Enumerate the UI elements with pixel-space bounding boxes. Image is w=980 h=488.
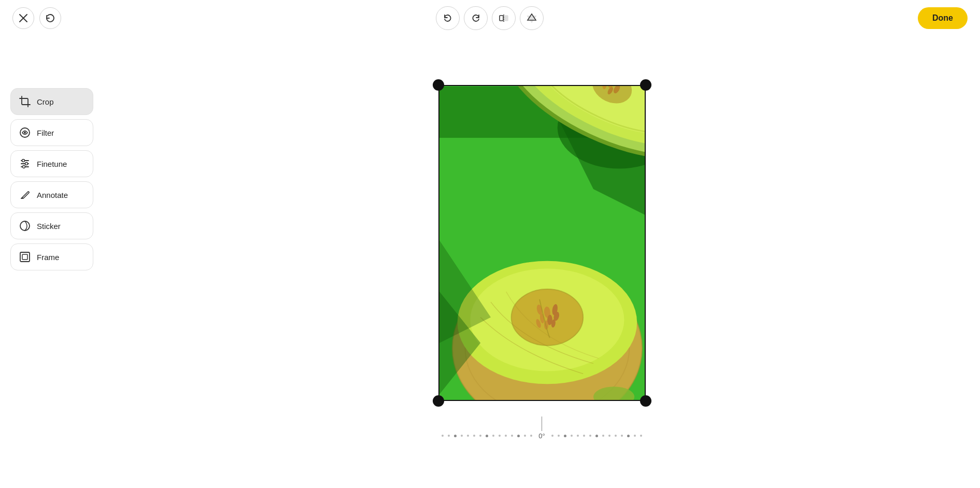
crop-icon [19,96,31,107]
undo-icon [443,13,453,23]
ruler-dot [564,435,566,437]
filter-label: Filter [37,128,54,137]
svg-point-13 [25,163,28,165]
crop-label: Crop [37,97,54,106]
flip-h-icon [499,13,509,23]
close-icon [19,13,28,23]
top-bar: Done [0,0,980,36]
ruler-dot [517,435,520,437]
filter-icon [19,127,31,138]
ruler-dot [571,435,573,437]
svg-point-14 [23,166,25,168]
top-center-controls [436,6,544,30]
undo-button[interactable] [436,6,460,30]
ruler-dot [621,435,623,437]
top-left-controls [12,7,61,29]
done-button[interactable]: Done [918,7,968,29]
sticker-icon [19,220,31,232]
ruler-dot [530,435,532,437]
sidebar-item-crop[interactable]: Crop [10,88,93,115]
ruler-dot [467,435,469,437]
crop-handle-bottom-right[interactable] [640,395,651,407]
ruler-dot [524,435,526,437]
ruler-dot [615,435,617,437]
ruler-dot [511,435,513,437]
svg-rect-17 [20,252,30,262]
svg-point-16 [20,221,30,231]
crop-handle-top-left[interactable] [433,79,444,91]
sidebar: Crop Filter Finetune [0,36,104,488]
ruler-dots: 0° [442,432,642,440]
sidebar-item-sticker[interactable]: Sticker [10,212,93,239]
frame-label: Frame [37,253,59,262]
ruler-dot [448,435,450,437]
melon-image [439,86,645,400]
ruler-dot [577,435,579,437]
ruler-dot [479,435,481,437]
ruler-dot [551,435,553,437]
crop-container[interactable] [438,85,646,401]
ruler-dot [499,435,501,437]
ruler-dot [634,435,636,437]
sidebar-item-filter[interactable]: Filter [10,119,93,146]
redo-icon [471,13,481,23]
ruler-dot [473,435,475,437]
history-icon [45,13,55,23]
history-button[interactable] [39,7,61,29]
crop-handle-top-right[interactable] [640,79,651,91]
svg-point-8 [24,132,26,134]
redo-button[interactable] [464,6,488,30]
sidebar-item-annotate[interactable]: Annotate [10,181,93,208]
svg-rect-2 [500,16,503,21]
svg-point-12 [22,160,25,162]
svg-rect-3 [504,16,508,21]
ruler-dot [454,435,457,437]
annotate-icon [19,189,31,200]
ruler-dot [461,435,463,437]
finetune-label: Finetune [37,160,67,168]
ruler-dot [589,435,591,437]
ruler-dot [558,435,560,437]
canvas-area: 0° [104,36,980,488]
rotation-angle-label: 0° [538,432,545,440]
svg-rect-18 [22,254,27,260]
ruler-dot [595,435,598,437]
sidebar-item-finetune[interactable]: Finetune [10,150,93,177]
ruler-dot [505,435,507,437]
close-button[interactable] [12,7,34,29]
sidebar-item-frame[interactable]: Frame [10,243,93,270]
flip-v-icon [527,13,537,23]
ruler-dot [627,435,630,437]
ruler-dot [492,435,494,437]
svg-marker-6 [528,16,536,22]
flip-horizontal-button[interactable] [492,6,516,30]
ruler-dot [640,435,642,437]
ruler-center-line [542,417,542,431]
ruler-dot [602,435,604,437]
ruler-dot [486,435,488,437]
flip-vertical-button[interactable] [520,6,544,30]
annotate-label: Annotate [37,191,68,199]
frame-icon [19,251,31,263]
crop-image [438,85,646,401]
ruler-dot [442,435,444,437]
ruler-dot [608,435,610,437]
finetune-icon [19,158,31,169]
rotation-ruler-area: 0° [442,417,642,440]
crop-handle-bottom-left[interactable] [433,395,444,407]
sticker-label: Sticker [37,222,61,231]
ruler-dot [583,435,585,437]
